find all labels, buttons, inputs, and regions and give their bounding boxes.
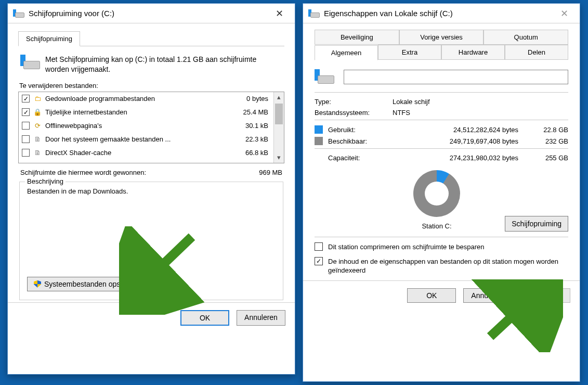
tab-hardware[interactable]: Hardware [441, 45, 505, 60]
compress-label: Dit station comprimeren om schijfruimte … [328, 242, 485, 252]
free-label: Beschikbaar: [328, 137, 390, 145]
apply-button[interactable]: Toepassen [519, 288, 570, 303]
compress-checkbox[interactable] [315, 242, 323, 251]
file-name: Gedownloade programmabestanden [45, 95, 229, 102]
used-gb: 22.8 GB [531, 126, 568, 134]
cancel-button[interactable]: Annuleren [463, 288, 512, 303]
ok-button[interactable]: OK [180, 310, 229, 326]
drive-icon [20, 55, 38, 70]
usage-donut-icon [413, 170, 460, 217]
close-icon[interactable]: ✕ [554, 6, 574, 21]
files-list: ✓🗀Gedownloade programmabestanden0 bytes✓… [18, 92, 284, 163]
clean-system-files-button[interactable]: Systeembestanden opschonen [27, 277, 151, 291]
lock-folder-icon: 🔒 [33, 108, 42, 116]
index-label: De inhoud en de eigenschappen van bestan… [328, 257, 568, 275]
free-swatch-icon [315, 137, 323, 145]
description-legend: Beschrijving [25, 177, 66, 185]
disk-cleanup-button[interactable]: Schijfopruiming [505, 216, 568, 232]
file-list-item[interactable]: 🗎DirectX Shader-cache66.8 kB [19, 146, 273, 160]
file-name: Tijdelijke internetbestanden [45, 108, 229, 116]
file-name: DirectX Shader-cache [45, 149, 229, 157]
file-size: 0 bytes [232, 95, 270, 102]
description-group: Beschrijving Bestanden in de map Downloa… [19, 182, 283, 300]
filesystem-value: NTFS [393, 109, 410, 117]
folder-icon: 🗀 [33, 95, 42, 102]
file-checkbox[interactable] [22, 135, 30, 143]
tab-extra[interactable]: Extra [378, 45, 441, 60]
used-bytes: 24,512,282,624 bytes [390, 126, 531, 134]
window-title: Schijfopruiming voor (C:) [29, 9, 269, 18]
file-list-item[interactable]: ⟳Offlinewebpagina's30.1 kB [19, 119, 273, 133]
tab-algemeen[interactable]: Algemeen [315, 45, 378, 60]
tab-strip: Schijfopruiming [18, 31, 284, 46]
type-label: Type: [315, 98, 393, 106]
free-gb: 232 GB [531, 137, 568, 145]
tab-cleanup[interactable]: Schijfopruiming [18, 31, 80, 46]
drive-icon [315, 69, 335, 85]
drive-properties-window: Eigenschappen van Lokale schijf (C:) ✕ B… [303, 3, 580, 382]
file-size: 30.1 kB [232, 122, 270, 130]
file-checkbox[interactable]: ✓ [22, 108, 30, 116]
cancel-button[interactable]: Annuleren [237, 310, 285, 326]
index-checkbox[interactable]: ✓ [315, 257, 323, 265]
file-size: 25.4 MB [232, 108, 270, 116]
tab-delen[interactable]: Delen [505, 45, 568, 60]
scroll-down-icon[interactable]: ▾ [274, 152, 284, 163]
capacity-bytes: 274,231,980,032 bytes [390, 154, 531, 162]
gain-value: 969 MB [236, 169, 282, 176]
scroll-up-icon[interactable]: ▴ [274, 92, 284, 102]
file-list-item[interactable]: ✓🗀Gedownloade programmabestanden0 bytes [19, 92, 273, 106]
description-text: Bestanden in de map Downloads. [27, 187, 276, 195]
disk-cleanup-window: Schijfopruiming voor (C:) ✕ Schijfopruim… [7, 3, 295, 375]
scroll-thumb[interactable] [275, 104, 283, 124]
file-list-item[interactable]: 🗎Door het systeem gemaakte bestanden ...… [19, 133, 273, 146]
free-bytes: 249,719,697,408 bytes [390, 137, 531, 145]
type-value: Lokale schijf [393, 98, 430, 106]
document-icon: 🗎 [33, 149, 42, 157]
close-icon[interactable]: ✕ [269, 6, 290, 21]
file-name: Offlinewebpagina's [45, 122, 229, 130]
drive-icon [13, 9, 24, 18]
clean-system-files-label: Systeembestanden opschonen [44, 280, 144, 288]
window-title: Eigenschappen van Lokale schijf (C:) [324, 9, 554, 18]
refresh-icon: ⟳ [33, 122, 42, 130]
used-swatch-icon [315, 125, 323, 134]
intro-text: Met Schijfopruiming kan op (C:) in totaa… [45, 55, 282, 74]
file-size: 22.3 kB [232, 135, 270, 143]
file-checkbox[interactable] [22, 122, 30, 130]
drive-icon [308, 9, 320, 18]
volume-label-input[interactable] [344, 70, 568, 84]
tab-beveiliging[interactable]: Beveiliging [315, 30, 399, 45]
file-name: Door het systeem gemaakte bestanden ... [45, 135, 229, 143]
filesystem-label: Bestandssysteem: [315, 109, 393, 117]
ok-button[interactable]: OK [407, 288, 456, 303]
gain-label: Schijfruimte die hiermee wordt gewonnen: [20, 169, 236, 176]
scrollbar[interactable]: ▴ ▾ [273, 92, 284, 163]
capacity-label: Capaciteit: [328, 154, 390, 162]
tab-vorige-versies[interactable]: Vorige versies [399, 30, 484, 45]
file-checkbox[interactable] [22, 149, 30, 157]
files-list-label: Te verwijderen bestanden: [19, 82, 283, 89]
usage-chart: Station C: Schijfopruiming [315, 166, 568, 234]
uac-shield-icon [34, 280, 41, 288]
titlebar[interactable]: Schijfopruiming voor (C:) ✕ [8, 4, 295, 23]
titlebar[interactable]: Eigenschappen van Lokale schijf (C:) ✕ [303, 4, 580, 23]
file-checkbox[interactable]: ✓ [22, 95, 30, 102]
file-list-item[interactable]: ✓🔒Tijdelijke internetbestanden25.4 MB [19, 106, 273, 119]
file-size: 66.8 kB [232, 149, 270, 157]
tab-quotum[interactable]: Quotum [484, 30, 568, 45]
station-label: Station C: [413, 222, 460, 230]
document-icon: 🗎 [33, 135, 42, 143]
capacity-gb: 255 GB [531, 154, 568, 162]
used-label: Gebruikt: [328, 126, 390, 134]
tab-strip: BeveiligingVorige versiesQuotum Algemeen… [315, 30, 568, 60]
